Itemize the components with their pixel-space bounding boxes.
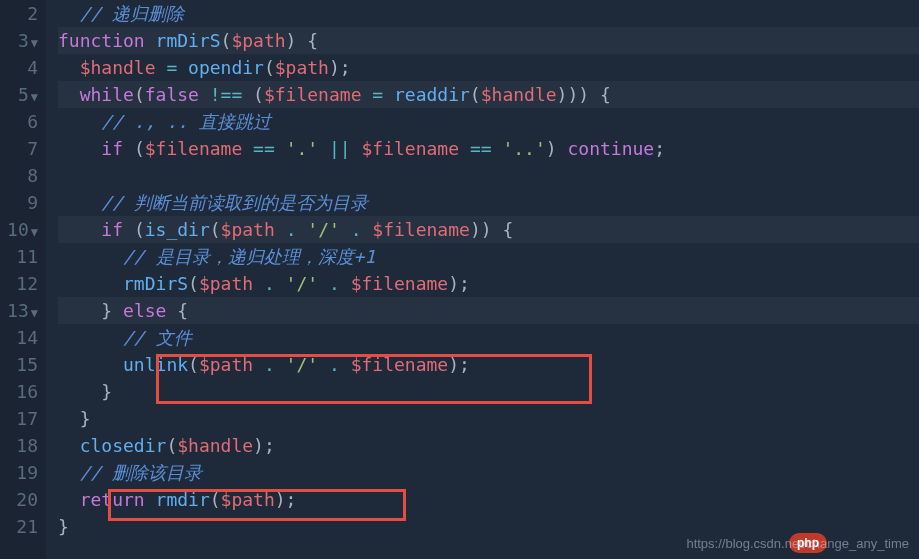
line-number: 19 xyxy=(0,459,38,486)
code-line: while(false !== ($filename = readdir($ha… xyxy=(58,81,919,108)
line-number: 5▼ xyxy=(0,81,38,108)
line-number: 9 xyxy=(0,189,38,216)
line-number: 2 xyxy=(0,0,38,27)
line-number: 6 xyxy=(0,108,38,135)
line-number: 3▼ xyxy=(0,27,38,54)
code-line: } xyxy=(58,378,919,405)
line-number: 10▼ xyxy=(0,216,38,243)
line-number: 18 xyxy=(0,432,38,459)
fold-marker-icon[interactable]: ▼ xyxy=(31,306,38,320)
watermark-text: https://blog.csdn.net/change_any_time xyxy=(686,534,909,554)
line-number: 17 xyxy=(0,405,38,432)
code-line: // 是目录，递归处理，深度+1 xyxy=(58,243,919,270)
code-content[interactable]: // 递归删除 function rmDirS($path) { $handle… xyxy=(46,0,919,559)
code-line: if ($filename == '.' || $filename == '..… xyxy=(58,135,919,162)
line-number-gutter: 2 3▼ 4 5▼ 6 7 8 9 10▼ 11 12 13▼ 14 15 16… xyxy=(0,0,46,559)
fold-marker-icon[interactable]: ▼ xyxy=(31,36,38,50)
code-line: unlink($path . '/' . $filename); xyxy=(58,351,919,378)
code-line: rmDirS($path . '/' . $filename); xyxy=(58,270,919,297)
code-line: $handle = opendir($path); xyxy=(58,54,919,81)
line-number: 20 xyxy=(0,486,38,513)
code-line: // 文件 xyxy=(58,324,919,351)
code-line: // 判断当前读取到的是否为目录 xyxy=(58,189,919,216)
code-line: // 删除该目录 xyxy=(58,459,919,486)
line-number: 4 xyxy=(0,54,38,81)
line-number: 13▼ xyxy=(0,297,38,324)
code-line: function rmDirS($path) { xyxy=(58,27,919,54)
line-number: 16 xyxy=(0,378,38,405)
line-number: 21 xyxy=(0,513,38,540)
line-number: 12 xyxy=(0,270,38,297)
code-line: // ., .. 直接跳过 xyxy=(58,108,919,135)
code-line: } else { xyxy=(58,297,919,324)
code-line: closedir($handle); xyxy=(58,432,919,459)
fold-marker-icon[interactable]: ▼ xyxy=(31,90,38,104)
fold-marker-icon[interactable]: ▼ xyxy=(31,225,38,239)
code-line: } xyxy=(58,405,919,432)
line-number: 11 xyxy=(0,243,38,270)
line-number: 7 xyxy=(0,135,38,162)
code-editor[interactable]: 2 3▼ 4 5▼ 6 7 8 9 10▼ 11 12 13▼ 14 15 16… xyxy=(0,0,919,559)
line-number: 15 xyxy=(0,351,38,378)
code-line: return rmdir($path); xyxy=(58,486,919,513)
line-number: 8 xyxy=(0,162,38,189)
code-line xyxy=(58,162,919,189)
code-line: if (is_dir($path . '/' . $filename)) { xyxy=(58,216,919,243)
code-line: // 递归删除 xyxy=(58,0,919,27)
line-number: 14 xyxy=(0,324,38,351)
